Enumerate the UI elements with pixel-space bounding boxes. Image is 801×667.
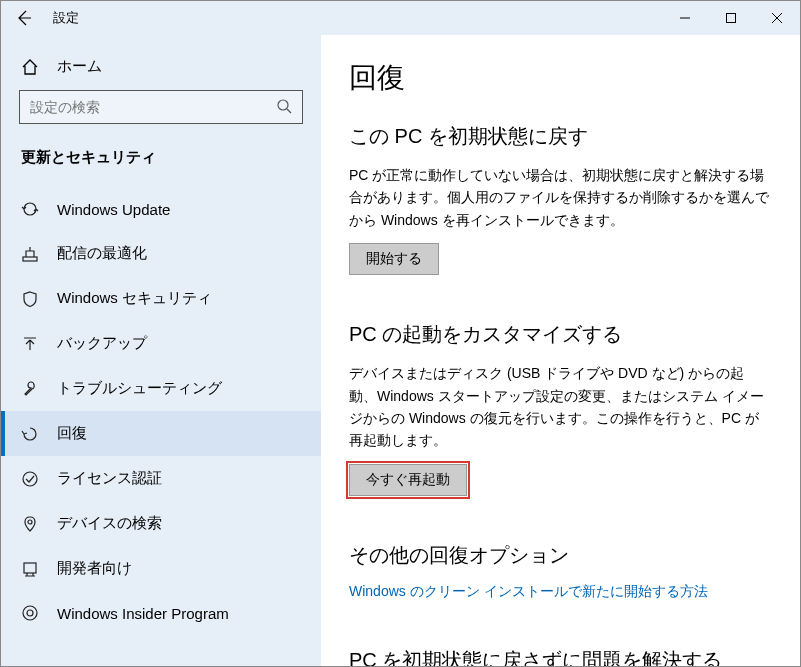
shield-icon: [21, 290, 39, 308]
sync-icon: [21, 200, 39, 218]
sidebar: ホーム 更新とセキュリティ Windows Update 配信の最適化: [1, 35, 321, 666]
sidebar-item-troubleshoot[interactable]: トラブルシューティング: [1, 366, 321, 411]
svg-point-4: [278, 100, 288, 110]
sidebar-item-activation[interactable]: ライセンス認証: [1, 456, 321, 501]
advanced-startup-desc: デバイスまたはディスク (USB ドライブや DVD など) からの起動、Win…: [349, 362, 769, 452]
sidebar-item-windows-insider[interactable]: Windows Insider Program: [1, 591, 321, 635]
advanced-startup-section: PC の起動をカスタマイズする デバイスまたはディスク (USB ドライブや D…: [349, 321, 772, 496]
home-label: ホーム: [57, 57, 102, 76]
sidebar-item-developer[interactable]: 開発者向け: [1, 546, 321, 591]
sidebar-item-label: トラブルシューティング: [57, 379, 222, 398]
sidebar-item-label: Windows Update: [57, 201, 170, 218]
advanced-startup-title: PC の起動をカスタマイズする: [349, 321, 772, 348]
delivery-icon: [21, 245, 39, 263]
svg-rect-6: [23, 257, 37, 261]
main-content: 回復 この PC を初期状態に戻す PC が正常に動作していない場合は、初期状態…: [321, 35, 800, 666]
reset-pc-button[interactable]: 開始する: [349, 243, 439, 275]
check-circle-icon: [21, 470, 39, 488]
troubleshoot-section: PC を初期状態に戻さずに問題を解決する PC を初期状態に戻すには時間がかかる…: [349, 647, 772, 666]
svg-line-5: [287, 109, 291, 113]
reset-pc-desc: PC が正常に動作していない場合は、初期状態に戻すと解決する場合があります。個人…: [349, 164, 769, 231]
search-field[interactable]: [30, 99, 276, 115]
minimize-button[interactable]: [662, 1, 708, 35]
insider-icon: [21, 604, 39, 622]
clean-install-link[interactable]: Windows のクリーン インストールで新たに開始する方法: [349, 583, 708, 599]
sidebar-item-windows-security[interactable]: Windows セキュリティ: [1, 276, 321, 321]
troubleshoot-title: PC を初期状態に戻さずに問題を解決する: [349, 647, 772, 666]
reset-pc-section: この PC を初期状態に戻す PC が正常に動作していない場合は、初期状態に戻す…: [349, 123, 772, 275]
svg-rect-9: [24, 563, 36, 573]
back-arrow-icon: [16, 10, 32, 26]
more-options-section: その他の回復オプション Windows のクリーン インストールで新たに開始する…: [349, 542, 772, 601]
backup-icon: [21, 335, 39, 353]
search-icon: [276, 98, 292, 117]
sidebar-item-label: Windows Insider Program: [57, 605, 229, 622]
close-button[interactable]: [754, 1, 800, 35]
sidebar-item-backup[interactable]: バックアップ: [1, 321, 321, 366]
svg-point-10: [23, 606, 37, 620]
back-button[interactable]: [1, 1, 47, 35]
recovery-icon: [21, 425, 39, 443]
nav-list: Windows Update 配信の最適化 Windows セキュリティ バック…: [1, 187, 321, 635]
sidebar-item-label: Windows セキュリティ: [57, 289, 212, 308]
svg-point-7: [23, 472, 37, 486]
sidebar-item-label: ライセンス認証: [57, 469, 162, 488]
sidebar-item-windows-update[interactable]: Windows Update: [1, 187, 321, 231]
maximize-icon: [726, 13, 736, 23]
category-title: 更新とセキュリティ: [1, 148, 321, 187]
maximize-button[interactable]: [708, 1, 754, 35]
developer-icon: [21, 560, 39, 578]
restart-now-button[interactable]: 今すぐ再起動: [349, 464, 467, 496]
sidebar-item-label: 開発者向け: [57, 559, 132, 578]
search-input[interactable]: [19, 90, 303, 124]
reset-pc-title: この PC を初期状態に戻す: [349, 123, 772, 150]
close-icon: [772, 13, 782, 23]
location-icon: [21, 515, 39, 533]
home-icon: [21, 58, 39, 76]
sidebar-item-label: 回復: [57, 424, 87, 443]
svg-point-11: [27, 610, 33, 616]
page-title: 回復: [349, 59, 772, 97]
svg-point-8: [28, 520, 32, 524]
sidebar-item-delivery-optimization[interactable]: 配信の最適化: [1, 231, 321, 276]
home-link[interactable]: ホーム: [1, 49, 321, 90]
minimize-icon: [680, 13, 690, 23]
sidebar-item-label: デバイスの検索: [57, 514, 162, 533]
sidebar-item-label: バックアップ: [57, 334, 147, 353]
wrench-icon: [21, 380, 39, 398]
svg-rect-1: [727, 14, 736, 23]
sidebar-item-find-my-device[interactable]: デバイスの検索: [1, 501, 321, 546]
window-title: 設定: [53, 9, 79, 27]
titlebar: 設定: [1, 1, 800, 35]
sidebar-item-recovery[interactable]: 回復: [1, 411, 321, 456]
more-options-title: その他の回復オプション: [349, 542, 772, 569]
sidebar-item-label: 配信の最適化: [57, 244, 147, 263]
